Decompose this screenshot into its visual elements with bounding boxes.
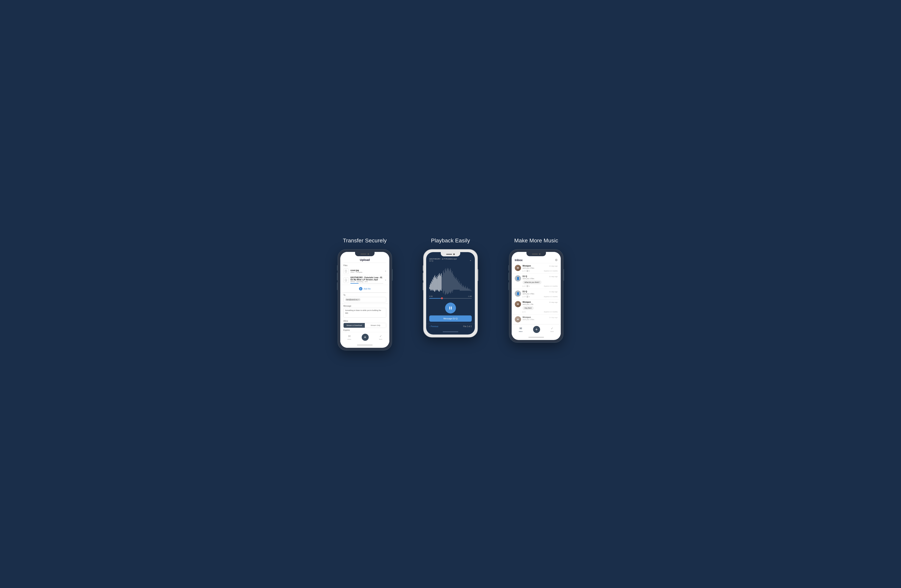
svg-rect-70 (462, 286, 462, 291)
audio-count-1: ▷ 3 (522, 270, 525, 272)
gear-icon[interactable]: ⚙ (555, 258, 558, 262)
file-close-1[interactable]: × (385, 270, 386, 273)
sender-4: Mistajam (522, 301, 531, 303)
play-side-btn-1 (423, 265, 424, 271)
side-btn-right (392, 269, 393, 281)
expires-2: Expires in 2 months (544, 285, 558, 287)
svg-rect-22 (438, 275, 438, 291)
svg-rect-15 (434, 276, 435, 292)
svg-rect-38 (446, 270, 446, 293)
inbox-item-1[interactable]: M Mistajam 21 days ago sent you 4 files (512, 263, 561, 274)
home-indicator-2 (426, 329, 475, 335)
inbox-nav-sent[interactable]: ✓ Sent (550, 326, 553, 332)
avatar-mistajam-1: M (515, 265, 521, 271)
to-field[interactable]: ben@send.mu × (343, 297, 386, 303)
svg-rect-24 (439, 274, 439, 292)
svg-rect-33 (443, 270, 444, 293)
file-close-2[interactable]: × (385, 279, 386, 282)
file-icons-2: ▷ 2 🖼 1 (522, 285, 530, 287)
svg-rect-42 (448, 269, 448, 293)
email-value: ben@send.mu (346, 299, 358, 301)
playback-section: Playback Easily GEOTHEORY (413, 237, 488, 337)
notch-line (360, 254, 366, 254)
svg-rect-75 (465, 288, 465, 291)
image-icon-1: 🖼 (527, 270, 528, 272)
previous-button[interactable]: ‹ Previous (429, 325, 438, 328)
inbox-side-btn-2 (508, 273, 509, 280)
svg-rect-51 (452, 271, 453, 293)
svg-rect-18 (436, 278, 436, 290)
svg-rect-49 (451, 272, 452, 292)
inbox-row-1: M Mistajam 21 days ago sent you 4 files (515, 265, 558, 272)
image-icon-2: 🖼 (527, 285, 528, 287)
svg-rect-65 (459, 281, 460, 290)
inbox-item-5[interactable]: M Mistajam 21 days ago sent you 3 files (512, 315, 561, 324)
inbox-plus-button[interactable]: + (533, 326, 540, 333)
allow-stream-download[interactable]: Stream & Download (344, 323, 365, 328)
inbox-item-3[interactable]: 👤 DJ Q 21 days ago sent you 4 files (512, 289, 561, 299)
to-section: To ben@send.mu × (340, 293, 389, 304)
pause-bar-2 (451, 306, 452, 310)
add-file-button[interactable]: + Add file (340, 285, 389, 292)
audio-num-2: 2 (525, 285, 525, 287)
upload-progress (351, 283, 383, 284)
transfer-phone-inner: Upload Files (340, 252, 389, 348)
playback-screen: GEOTHEORY - & PYRAMIDS.mp3 DJ Q ⌄ (426, 252, 475, 335)
sent-nav-label: Sent (550, 331, 553, 332)
nav-sent[interactable]: ✓ Sent (379, 334, 382, 340)
svg-rect-72 (463, 285, 463, 291)
file-name-2: GEOTHEORY - Futuristic Love - 01 On My M… (351, 276, 383, 281)
allow-stream-only[interactable]: Stream Only (365, 323, 386, 328)
svg-rect-43 (448, 268, 449, 293)
inbox-notch-dot (539, 253, 541, 255)
inbox-nav-label: Inbox (519, 331, 523, 332)
allow-label: Allow (340, 319, 389, 323)
sender-row-1: Mistajam 21 days ago (522, 265, 558, 267)
progress-bar[interactable] (429, 298, 472, 299)
message-label: Message (343, 305, 386, 307)
svg-rect-57 (455, 279, 456, 290)
files-row-3: ▷ 3 🖼 1 (522, 296, 558, 298)
image-num-2: 1 (529, 285, 530, 287)
svg-rect-80 (467, 288, 467, 291)
subtext-4: sent you 1 file (522, 303, 558, 305)
svg-rect-6 (430, 285, 430, 289)
email-remove[interactable]: × (359, 299, 359, 301)
message-dj-button[interactable]: Message DJ Q (429, 315, 472, 322)
svg-rect-64 (459, 283, 459, 290)
file-item-2: GEOTHEORY - Futuristic Love - 01 On My M… (340, 275, 389, 285)
expires-4: Expires in 2 months (544, 311, 558, 313)
play-side-btn-3 (423, 282, 424, 290)
side-btn-2 (337, 273, 338, 280)
svg-rect-41 (447, 268, 448, 294)
svg-rect-27 (440, 276, 441, 290)
svg-rect-19 (436, 276, 436, 291)
message-textarea[interactable]: Something to listen to while you're buil… (343, 308, 386, 318)
play-notch-dot (453, 253, 455, 255)
inbox-item-2[interactable]: 👤 DJ Q 21 days ago sent you 3 files (512, 274, 561, 289)
svg-rect-84 (469, 289, 469, 291)
chevron-down-icon[interactable]: ⌄ (469, 258, 472, 262)
svg-rect-67 (460, 285, 461, 291)
play-icon-4: ▷ (522, 311, 524, 313)
svg-rect-81 (467, 287, 468, 291)
svg-rect-34 (444, 272, 444, 292)
play-icon-3: ▷ (522, 296, 524, 298)
home-indicator-1 (340, 342, 389, 348)
inbox-item-4[interactable]: M Mistajam 21 days ago sent you 1 file (512, 299, 561, 315)
avatar-djq-2: 👤 (515, 290, 521, 297)
nav-plus-button[interactable]: + (362, 334, 369, 341)
pause-button[interactable] (445, 303, 456, 313)
inbox-nav-inbox[interactable]: ✉ Inbox (519, 326, 523, 332)
waveform-svg[interactable] (429, 267, 472, 295)
sender-3: DJ Q (522, 290, 527, 293)
svg-rect-66 (460, 284, 460, 291)
svg-rect-68 (461, 283, 461, 291)
inbox-nav-icon: ✉ (519, 326, 522, 330)
nav-inbox[interactable]: ✉ Inbox (348, 334, 351, 340)
inbox-notch (527, 252, 546, 256)
inbox-header: Inbox ⚙ (512, 256, 561, 263)
file-item-1: cover.jpg JPEG · Complete × (340, 267, 389, 275)
svg-rect-73 (463, 286, 464, 291)
avatar-initials-3: M (515, 316, 521, 323)
